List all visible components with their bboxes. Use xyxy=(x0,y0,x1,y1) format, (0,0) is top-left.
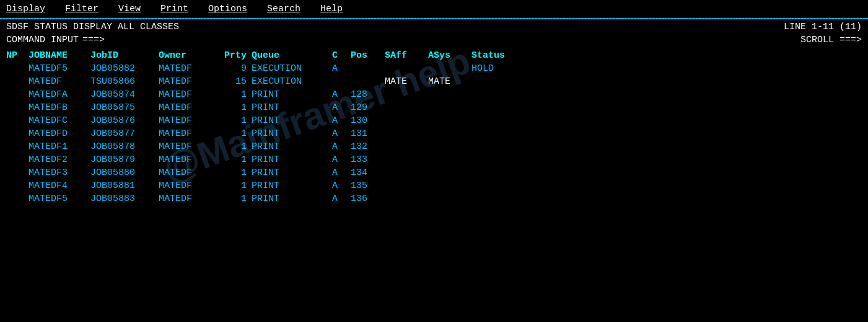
cell-jobid: JOB05879 xyxy=(90,154,159,165)
cell-owner: MATEDF xyxy=(159,128,217,139)
cell-prty: 1 xyxy=(217,89,252,100)
cell-status xyxy=(471,141,521,152)
cell-c: A xyxy=(332,63,351,74)
cell-np xyxy=(6,89,28,100)
cell-asys xyxy=(428,89,471,100)
cell-jobname: MATEDFA xyxy=(28,89,90,100)
cell-jobid: JOB05880 xyxy=(90,168,159,178)
col-header-asys: ASys xyxy=(428,50,471,61)
cell-c: A xyxy=(332,181,351,191)
cell-np xyxy=(6,154,28,165)
cell-c: A xyxy=(332,102,351,113)
cell-owner: MATEDF xyxy=(159,115,217,126)
cell-c xyxy=(332,76,351,87)
cell-asys xyxy=(428,154,471,165)
cell-prty: 9 xyxy=(217,63,252,74)
cell-saff xyxy=(385,63,428,74)
cell-prty: 15 xyxy=(217,76,252,87)
cell-pos: 130 xyxy=(351,115,385,126)
table-row: MATEDF4JOB05881MATEDF1PRINTA135 xyxy=(0,179,868,192)
cell-status: HOLD xyxy=(471,63,521,74)
cell-pos xyxy=(351,63,385,74)
cell-jobid: JOB05878 xyxy=(90,141,159,152)
cell-c: A xyxy=(332,154,351,165)
cell-prty: 1 xyxy=(217,181,252,191)
cell-status xyxy=(471,102,521,113)
cell-queue: PRINT xyxy=(252,154,332,165)
cell-jobid: JOB05874 xyxy=(90,89,159,100)
cell-jobid: JOB05876 xyxy=(90,115,159,126)
menu-filter[interactable]: Filter xyxy=(65,4,99,14)
cell-owner: MATEDF xyxy=(159,89,217,100)
menu-search[interactable]: Search xyxy=(267,4,300,14)
cell-np xyxy=(6,63,28,74)
table-row: MATEDF3JOB05880MATEDF1PRINTA134 xyxy=(0,166,868,179)
cell-prty: 1 xyxy=(217,194,252,204)
cell-pos xyxy=(351,76,385,87)
cell-saff xyxy=(385,181,428,191)
cell-status xyxy=(471,76,521,87)
command-label: COMMAND INPUT xyxy=(6,35,79,45)
status-display-text: SDSF STATUS DISPLAY ALL CLASSES xyxy=(6,22,179,32)
cell-pos: 133 xyxy=(351,154,385,165)
table-row: MATEDFTSU05866MATEDF15EXECUTIONMATEMATE xyxy=(0,75,868,88)
menu-print[interactable]: Print xyxy=(160,4,188,14)
command-input[interactable] xyxy=(107,35,355,45)
table-row: MATEDFDJOB05877MATEDF1PRINTA131 xyxy=(0,127,868,140)
cell-saff xyxy=(385,102,428,113)
cell-jobname: MATEDF1 xyxy=(28,141,90,152)
cell-owner: MATEDF xyxy=(159,181,217,191)
cell-np xyxy=(6,76,28,87)
cell-jobid: JOB05881 xyxy=(90,181,159,191)
cell-asys xyxy=(428,168,471,178)
cell-np xyxy=(6,181,28,191)
cell-queue: EXECUTION xyxy=(252,63,332,74)
cell-jobname: MATEDF2 xyxy=(28,154,90,165)
col-header-np: NP xyxy=(6,50,28,61)
cell-saff xyxy=(385,115,428,126)
column-header-row: NP JOBNAME JobID Owner Prty Queue C Pos … xyxy=(0,48,868,62)
cell-owner: MATEDF xyxy=(159,168,217,178)
cell-queue: PRINT xyxy=(252,115,332,126)
cell-jobid: JOB05883 xyxy=(90,194,159,204)
cell-jobname: MATEDFD xyxy=(28,128,90,139)
col-header-status: Status xyxy=(471,50,521,61)
cell-c: A xyxy=(332,194,351,204)
cell-asys xyxy=(428,63,471,74)
cell-pos: 132 xyxy=(351,141,385,152)
cell-status xyxy=(471,89,521,100)
cell-jobid: TSU05866 xyxy=(90,76,159,87)
cell-queue: PRINT xyxy=(252,168,332,178)
col-header-saff: SAff xyxy=(385,50,428,61)
cell-jobname: MATEDFC xyxy=(28,115,90,126)
scroll-info: SCROLL ===> xyxy=(800,35,862,45)
cell-queue: PRINT xyxy=(252,89,332,100)
menu-options[interactable]: Options xyxy=(208,4,247,14)
line-info: LINE 1-11 (11) xyxy=(784,22,862,32)
command-line: COMMAND INPUT ===> SCROLL ===> xyxy=(0,34,868,48)
cell-prty: 1 xyxy=(217,102,252,113)
cell-np xyxy=(6,194,28,204)
menu-view[interactable]: View xyxy=(118,4,141,14)
col-header-prty: Prty xyxy=(217,50,252,61)
cell-asys xyxy=(428,128,471,139)
table-row: MATEDF5JOB05883MATEDF1PRINTA136 xyxy=(0,192,868,205)
col-header-queue: Queue xyxy=(252,50,332,61)
cell-jobid: JOB05882 xyxy=(90,63,159,74)
menu-help[interactable]: Help xyxy=(320,4,343,14)
cell-jobid: JOB05877 xyxy=(90,128,159,139)
cell-pos: 134 xyxy=(351,168,385,178)
cell-jobname: MATEDF5 xyxy=(28,63,90,74)
cell-status xyxy=(471,168,521,178)
cell-owner: MATEDF xyxy=(159,63,217,74)
menu-display[interactable]: Display xyxy=(6,4,45,14)
cell-prty: 1 xyxy=(217,154,252,165)
cell-prty: 1 xyxy=(217,115,252,126)
cell-c: A xyxy=(332,89,351,100)
cell-asys xyxy=(428,102,471,113)
cell-jobname: MATEDF xyxy=(28,76,90,87)
cell-np xyxy=(6,128,28,139)
cell-owner: MATEDF xyxy=(159,76,217,87)
cell-queue: PRINT xyxy=(252,102,332,113)
cell-saff xyxy=(385,168,428,178)
